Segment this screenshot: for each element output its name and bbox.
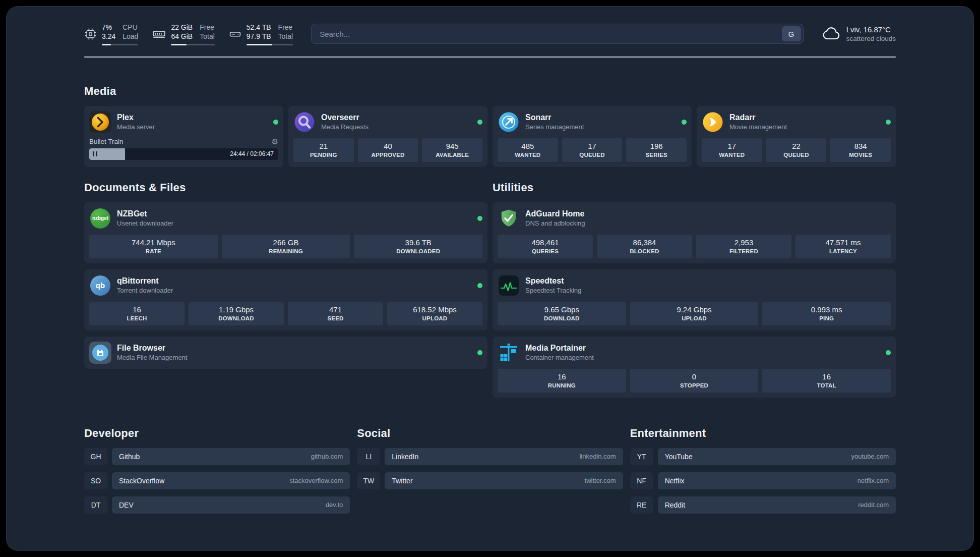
stat-label: QUEUED bbox=[564, 152, 621, 158]
stat-label: SERIES bbox=[628, 152, 685, 158]
pause-button[interactable] bbox=[93, 151, 97, 156]
service-subtitle: Torrent downloader bbox=[117, 287, 173, 294]
section-media: Media bbox=[84, 85, 896, 167]
bookmark-url: github.com bbox=[311, 453, 343, 460]
service-card-plex[interactable]: Plex Media server Bullet Train ⚙ bbox=[84, 106, 283, 167]
stat-label: RUNNING bbox=[500, 382, 624, 388]
bookmark-twitter[interactable]: TW Twitter twitter.com bbox=[357, 472, 623, 489]
cpu-label: CPU bbox=[122, 23, 138, 32]
memory-total-value: 64 GiB bbox=[171, 32, 193, 41]
stat-leech: 16 LEECH bbox=[89, 302, 185, 325]
bookmark-dev[interactable]: DT DEV dev.to bbox=[84, 496, 350, 514]
status-dot bbox=[886, 350, 891, 355]
service-card-nzbget[interactable]: nzbget NZBGet Usenet downloader 744.21 M… bbox=[84, 202, 487, 263]
stat-label: DOWNLOAD bbox=[500, 315, 624, 321]
portainer-icon bbox=[498, 342, 520, 364]
bookmark-name: Twitter bbox=[392, 477, 412, 485]
disk-progress-track bbox=[247, 44, 293, 45]
stat-label: PING bbox=[764, 315, 889, 321]
section-title-entertainment: Entertainment bbox=[630, 427, 896, 440]
stat-value: 498,461 bbox=[500, 238, 591, 247]
stat-series: 196 SERIES bbox=[626, 138, 687, 162]
disk-free-label: Free bbox=[278, 23, 293, 32]
service-card-adguard[interactable]: AdGuard Home DNS and adblocking 498,461 … bbox=[493, 202, 896, 263]
cpu-load-value: 3.24 bbox=[102, 32, 115, 41]
bookmark-netflix[interactable]: NF Netflix netflix.com bbox=[630, 472, 896, 489]
stat-queries: 498,461 QUERIES bbox=[498, 235, 593, 258]
service-subtitle: Speedtest Tracking bbox=[525, 287, 581, 294]
bookmark-name: YouTube bbox=[665, 453, 693, 461]
stat-label: WANTED bbox=[704, 152, 760, 158]
status-dot bbox=[477, 283, 482, 288]
service-card-qbittorrent[interactable]: qb qBittorrent Torrent downloader 16 bbox=[84, 269, 487, 330]
stat-seed: 471 SEED bbox=[288, 302, 383, 325]
memory-total-label: Total bbox=[200, 32, 215, 41]
stat-value: 744.21 Mbps bbox=[91, 238, 216, 247]
stat-label: QUERIES bbox=[500, 248, 591, 254]
bookmark-url: stackoverflow.com bbox=[289, 477, 343, 484]
stat-label: APPROVED bbox=[360, 152, 416, 158]
stat-value: 17 bbox=[704, 142, 760, 150]
memory-icon bbox=[152, 27, 166, 41]
bookmark-reddit[interactable]: RE Reddit reddit.com bbox=[630, 496, 896, 514]
disk-total-label: Total bbox=[278, 32, 293, 41]
status-dot bbox=[886, 120, 891, 125]
cpu-load-label: Load bbox=[122, 32, 138, 41]
disk-icon bbox=[229, 28, 241, 40]
stat-value: 945 bbox=[424, 142, 480, 150]
bookmark-name: StackOverflow bbox=[119, 477, 164, 485]
stat-value: 2,953 bbox=[698, 238, 789, 247]
search-input[interactable] bbox=[311, 24, 804, 44]
service-card-filebrowser[interactable]: File Browser Media File Management bbox=[84, 337, 487, 369]
service-card-overseerr[interactable]: Overseerr Media Requests 21 PENDING 40 A… bbox=[288, 106, 487, 167]
sonarr-icon bbox=[498, 111, 520, 133]
section-entertainment: Entertainment YT YouTube youtube.com NF … bbox=[630, 427, 896, 521]
service-name: Media Portainer bbox=[525, 344, 594, 353]
bookmark-name: Reddit bbox=[665, 501, 685, 509]
status-dot bbox=[273, 120, 278, 125]
bookmark-name: DEV bbox=[119, 501, 134, 509]
weather-condition: scattered clouds bbox=[846, 35, 896, 42]
stat-download: 1.19 Gbps DOWNLOAD bbox=[189, 302, 284, 325]
service-card-radarr[interactable]: Radarr Movie management 17 WANTED 22 QUE… bbox=[697, 106, 896, 167]
playback-progress-bar[interactable]: 24:44 / 02:06:47 bbox=[89, 148, 278, 160]
service-card-sonarr[interactable]: Sonarr Series management 485 WANTED 17 Q… bbox=[493, 106, 692, 167]
stat-downloaded: 39.6 TB DOWNLOADED bbox=[354, 235, 482, 258]
bookmark-url: linkedin.com bbox=[579, 453, 616, 460]
service-name: qBittorrent bbox=[117, 276, 173, 286]
gear-icon[interactable]: ⚙ bbox=[272, 138, 278, 145]
service-card-speedtest[interactable]: Speedtest Speedtest Tracking 9.65 Gbps D… bbox=[493, 269, 896, 330]
cloud-icon bbox=[822, 25, 841, 42]
top-bar: 7% CPU 3.24 Load bbox=[84, 23, 896, 45]
bookmark-url: twitter.com bbox=[585, 477, 616, 484]
bookmark-stackoverflow[interactable]: SO StackOverflow stackoverflow.com bbox=[84, 472, 350, 489]
memory-progress-track bbox=[171, 44, 214, 45]
stat-label: MOVIES bbox=[832, 152, 889, 158]
stat-queued: 17 QUEUED bbox=[562, 138, 623, 162]
stat-upload: 618.52 Mbps UPLOAD bbox=[387, 302, 482, 325]
bookmark-url: youtube.com bbox=[851, 453, 889, 460]
plex-icon bbox=[89, 111, 111, 133]
bookmark-youtube[interactable]: YT YouTube youtube.com bbox=[630, 448, 896, 465]
memory-free-value: 22 GiB bbox=[171, 23, 193, 32]
stat-value: 9.65 Gbps bbox=[500, 305, 624, 314]
stat-value: 16 bbox=[500, 372, 624, 381]
status-dot bbox=[477, 350, 482, 355]
service-subtitle: Media server bbox=[117, 123, 155, 131]
stat-latency: 47.571 ms LATENCY bbox=[795, 235, 891, 258]
filebrowser-icon bbox=[89, 342, 111, 364]
stat-value: 21 bbox=[295, 142, 352, 150]
bookmark-linkedin[interactable]: LI LinkedIn linkedin.com bbox=[357, 448, 623, 465]
stat-label: DOWNLOAD bbox=[191, 315, 282, 321]
plex-now-playing: Bullet Train ⚙ 24:44 / 02:06:47 bbox=[89, 138, 278, 160]
stat-available: 945 AVAILABLE bbox=[422, 138, 482, 162]
bookmark-github[interactable]: GH Github github.com bbox=[84, 448, 350, 465]
service-card-portainer[interactable]: Media Portainer Container management 16 … bbox=[493, 337, 896, 398]
stat-value: 1.19 Gbps bbox=[191, 305, 282, 314]
speedtest-icon bbox=[498, 274, 520, 297]
bookmark-abbr: TW bbox=[357, 472, 380, 489]
stat-value: 39.6 TB bbox=[356, 238, 480, 247]
search-provider-button[interactable]: G bbox=[782, 26, 801, 41]
stat-label: TOTAL bbox=[764, 382, 889, 388]
stat-value: 47.571 ms bbox=[798, 238, 889, 247]
